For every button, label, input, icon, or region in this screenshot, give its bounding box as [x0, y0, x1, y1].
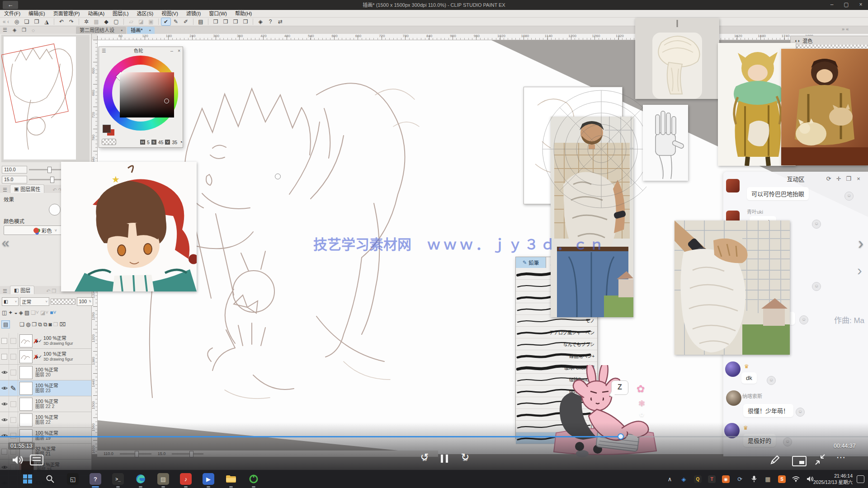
lock-layer-icon[interactable]: ◈ [19, 310, 23, 316]
layer-visibility-toggle[interactable] [0, 349, 9, 364]
layer-visibility-toggle[interactable] [0, 444, 9, 459]
layer-visibility-toggle[interactable] [0, 428, 9, 443]
lock-pixel-icon[interactable]: ▨ [24, 310, 29, 316]
layer-row[interactable]: 100 %正常图层 22 2 [0, 396, 91, 412]
layer-checkbox[interactable] [10, 433, 16, 439]
maximize-button[interactable]: ▢ [839, 0, 854, 10]
item-bank-tab-icon[interactable]: ◌ [29, 28, 38, 33]
help-icon[interactable]: ? [266, 18, 275, 25]
reference-photo-cat-closeup[interactable] [675, 221, 790, 355]
document-tab[interactable]: 第二周团结人设● [76, 27, 126, 34]
opacity-value[interactable]: 100⇅ [77, 297, 93, 306]
tab-mix-color[interactable]: ◖◗ 混色 [790, 36, 868, 45]
chat-collapse-arrow[interactable]: › [857, 262, 862, 279]
color-wheel-menu-icon[interactable]: ☰ [99, 48, 108, 53]
player-more-button[interactable]: ⋯ [836, 452, 846, 463]
notification-icon[interactable] [857, 475, 864, 483]
layer-visibility-toggle[interactable] [0, 380, 9, 396]
reg-image-1-icon[interactable]: ❒ [211, 18, 220, 25]
export-icon[interactable]: ◮ [42, 18, 51, 25]
sel-border-icon[interactable]: ▣ [146, 18, 156, 25]
layer-row[interactable]: ✗◆✓100 %正常3D drawing figur [0, 333, 91, 349]
foreground-color-swatch[interactable] [103, 125, 111, 133]
hsv-value-v[interactable]: 35 [172, 140, 177, 145]
deselect-icon[interactable]: ✲ [82, 18, 91, 25]
tray-expand-icon[interactable]: ∧ [666, 475, 674, 483]
chat-avatar[interactable] [726, 179, 740, 192]
hsv-value-s[interactable]: 45 [158, 140, 164, 145]
color-wheel-close-icon[interactable]: × [175, 48, 183, 53]
taskbar-clock[interactable]: 21:46:14 2025/12/13 星期六 [813, 473, 853, 485]
draft-icon[interactable]: ◒ [14, 310, 17, 316]
search-button[interactable] [44, 473, 56, 485]
tray-mic-icon[interactable] [750, 475, 758, 483]
emoji-react-button[interactable]: ☺ [799, 315, 808, 324]
layers-menu-icon[interactable]: ☰ [0, 288, 10, 294]
visibility-checkbox[interactable] [1, 338, 7, 344]
tray-security-icon[interactable]: ◈ [680, 475, 688, 483]
player-prev-arrow[interactable]: « [2, 235, 9, 250]
rotate-value[interactable]: 15.0 [2, 176, 27, 183]
close-icon[interactable]: × [854, 175, 863, 182]
undo-icon[interactable]: ↶ [57, 18, 66, 25]
notes-pencil-button[interactable] [769, 455, 780, 465]
notes-app[interactable]: ▨ [157, 473, 169, 485]
fill-select-icon[interactable]: ▩ [92, 18, 101, 25]
layer-visibility-toggle[interactable] [0, 396, 9, 412]
transfer-layer-icon[interactable]: ⧉ [38, 321, 42, 328]
redo-icon[interactable]: ↷ [67, 18, 76, 25]
menu-item[interactable]: 图层(L) [108, 10, 132, 17]
reg-image-4-icon[interactable]: ❒ [241, 18, 250, 25]
tray-qq-icon[interactable]: Q [694, 475, 702, 483]
tab-layer-property[interactable]: ▣ 图层属性 [10, 184, 44, 193]
hsv-value-h[interactable]: 5 [147, 140, 150, 145]
new-raster-layer-icon[interactable]: ❏ [19, 321, 24, 328]
minimize-button[interactable]: – [825, 0, 839, 10]
popout-icon[interactable]: ❐ [844, 175, 854, 182]
exit-fullscreen-button[interactable] [814, 454, 826, 465]
mini-player-button[interactable] [792, 456, 807, 466]
sv-cursor[interactable] [164, 99, 169, 103]
layer-row[interactable]: 100 %正常图层 20 [0, 365, 91, 380]
snap-compass-icon[interactable]: ◎ [12, 18, 21, 25]
tray-wifi-icon[interactable] [792, 475, 800, 483]
emoji-react-button[interactable]: ☺ [767, 376, 776, 385]
blend-mode-combo[interactable]: 正常˅ [20, 297, 49, 306]
opacity-slider[interactable] [51, 299, 75, 305]
chat-avatar[interactable] [726, 390, 741, 406]
layer-checkbox[interactable] [10, 370, 16, 375]
new-vector-layer-icon[interactable]: ◍ [26, 321, 30, 328]
anchor-icon[interactable]: ◆ [102, 18, 111, 25]
menu-item[interactable]: 动画(A) [84, 10, 108, 17]
layer-visibility-toggle[interactable] [0, 365, 9, 380]
reg-image-3-icon[interactable]: ❒ [231, 18, 240, 25]
playlist-button[interactable] [30, 455, 43, 465]
green-app[interactable] [248, 473, 259, 485]
close-button[interactable]: × [854, 0, 868, 10]
layer-checkbox[interactable] [10, 354, 16, 360]
lock-icon[interactable]: ◈ [256, 18, 265, 25]
rewind-10-button[interactable]: ↺10 [417, 453, 432, 462]
volume-button[interactable] [12, 455, 24, 465]
color-wheel-minimize-icon[interactable]: – [168, 48, 175, 53]
study-app[interactable]: ? [90, 473, 101, 485]
chat-avatar[interactable] [725, 361, 741, 377]
navigator-preview[interactable] [1, 35, 90, 162]
tab-pencil-brushes[interactable]: ✎ 鉛筆 [516, 257, 546, 268]
panel-layout-icon[interactable]: ▤ [196, 18, 205, 25]
emoji-react-button[interactable]: ☺ [844, 192, 854, 201]
file-explorer[interactable] [225, 473, 237, 485]
toolbar-collapse-icon[interactable]: « ‹ [3, 19, 9, 25]
player-next-arrow[interactable]: › [858, 234, 863, 253]
tray-download-icon[interactable]: ◉ [722, 475, 730, 483]
layer-checkbox[interactable] [10, 338, 16, 344]
apply-mask-icon[interactable]: ❒ [53, 321, 58, 328]
menu-item[interactable]: 帮助(H) [231, 10, 256, 17]
zoom-value[interactable]: 110.0 [2, 166, 27, 174]
status-rotate[interactable]: 15.0 [158, 451, 166, 456]
refresh-icon[interactable]: ⟳ [824, 175, 834, 182]
emoji-react-button[interactable]: ☺ [812, 282, 821, 291]
crop-icon[interactable]: ▢ [112, 18, 121, 25]
tray-volume-icon[interactable] [806, 475, 814, 483]
sel-invert-icon[interactable]: ◪ [137, 18, 146, 25]
